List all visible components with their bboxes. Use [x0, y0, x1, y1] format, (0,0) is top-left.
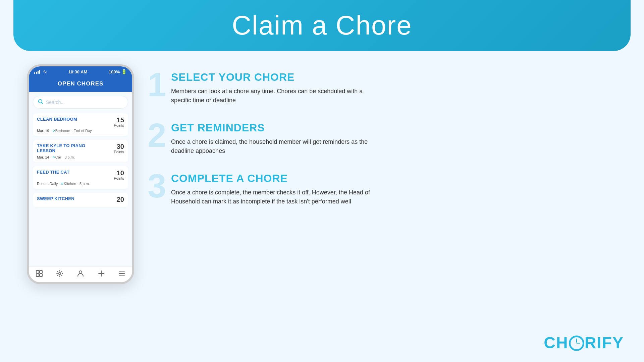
step-2-content: GET REMINDERS Once a chore is claimed, t… [154, 122, 617, 156]
svg-point-7 [79, 271, 82, 274]
chore-points-number: 10 [114, 170, 124, 176]
search-icon [38, 99, 43, 106]
nav-profile-icon[interactable] [77, 270, 84, 279]
main-content: ∿ 10:30 AM 100% 🔋 OPEN CHORES [0, 51, 644, 298]
location-dot-icon [53, 130, 55, 132]
chore-points-block: 30 Points [114, 143, 124, 154]
chore-points-number: 30 [114, 143, 124, 150]
chore-item-sweep-kitchen[interactable]: SWEEP KITCHEN 20 [33, 193, 128, 208]
location-dot-icon [61, 183, 63, 185]
chore-top-row: TAKE KYLE TO PIANO LESSON 30 Points [37, 143, 124, 154]
chore-points-block: 15 Points [114, 117, 124, 127]
page-title: Claim a Chore [13, 10, 631, 41]
step-3-description: Once a chore is complete, the member che… [171, 188, 379, 206]
step-1-content: SELECT YOUR CHORE Members can look at a … [154, 71, 617, 105]
chore-points-number: 20 [117, 196, 124, 203]
chore-time: 3 p.m. [64, 155, 75, 159]
chore-name: CLEAN BEDROOM [37, 117, 77, 122]
chorify-clock-icon [569, 336, 584, 351]
steps-content: 1 SELECT YOUR CHORE Members can look at … [154, 64, 617, 223]
chore-points-label: Points [114, 123, 124, 127]
chore-points-number: 15 [114, 117, 124, 123]
phone-app-header: OPEN CHORES [29, 77, 132, 92]
phone-bottom-nav[interactable] [29, 266, 132, 282]
chore-item-piano-lesson[interactable]: TAKE KYLE TO PIANO LESSON 30 Points Mar.… [33, 140, 128, 163]
svg-point-6 [59, 273, 61, 275]
chore-location: Kitchen [61, 182, 76, 186]
chore-points-label: Points [114, 150, 124, 154]
chore-details: Mar. 19 Bedroom End of Day [37, 129, 124, 133]
chore-points-block: 20 [117, 196, 124, 203]
search-bar[interactable]: Search... [33, 96, 128, 109]
chore-date: Mar. 14 [37, 155, 49, 159]
svg-rect-5 [40, 274, 42, 277]
chore-item-clean-bedroom[interactable]: CLEAN BEDROOM 15 Points Mar. 19 Bedroom … [33, 113, 128, 136]
step-3-content: COMPLETE A CHORE Once a chore is complet… [154, 172, 617, 206]
header-banner: Claim a Chore [13, 0, 631, 51]
nav-settings-icon[interactable] [56, 270, 63, 279]
battery-status: 100% 🔋 [109, 69, 127, 74]
step-2-description: Once a chore is claimed, the household m… [171, 137, 379, 156]
signal-wifi-icons: ∿ [34, 69, 47, 74]
signal-bar-1 [34, 72, 35, 74]
chore-points-label: Points [114, 176, 124, 180]
location-dot-icon [53, 156, 55, 158]
chore-location: Car [53, 155, 61, 159]
step-3-block: 3 COMPLETE A CHORE Once a chore is compl… [154, 172, 617, 206]
status-time: 10:30 AM [68, 69, 88, 74]
phone-body[interactable]: Search... CLEAN BEDROOM 15 Points Mar. 1… [29, 92, 132, 266]
chorify-logo: CHRIFY [544, 333, 624, 352]
svg-rect-4 [36, 274, 39, 277]
nav-menu-icon[interactable] [118, 270, 125, 279]
chore-name: TAKE KYLE TO PIANO LESSON [37, 143, 97, 153]
signal-bar-2 [36, 72, 37, 74]
chore-time: 5 p.m. [79, 182, 90, 186]
phone-status-bar: ∿ 10:30 AM 100% 🔋 [29, 66, 132, 77]
signal-bar-3 [38, 71, 39, 74]
chore-time: End of Day [73, 129, 92, 133]
chore-item-feed-cat[interactable]: FEED THE CAT 10 Points Recurs Daily Kitc… [33, 166, 128, 189]
chore-date: Mar. 19 [37, 129, 49, 133]
chore-date: Recurs Daily [37, 182, 58, 186]
chore-details: Mar. 14 Car 3 p.m. [37, 155, 124, 159]
chore-name: SWEEP KITCHEN [37, 196, 74, 201]
chore-name: FEED THE CAT [37, 170, 69, 175]
step-1-block: 1 SELECT YOUR CHORE Members can look at … [154, 71, 617, 105]
step-1-title: SELECT YOUR CHORE [171, 71, 617, 83]
chorify-text-ch: CH [544, 334, 568, 352]
phone-app-title: OPEN CHORES [34, 80, 127, 87]
step-2-block: 2 GET REMINDERS Once a chore is claimed,… [154, 122, 617, 156]
svg-line-1 [42, 103, 43, 104]
step-1-description: Members can look at a chore any time. Ch… [171, 87, 379, 105]
chore-points-block: 10 Points [114, 170, 124, 180]
svg-rect-2 [36, 270, 39, 273]
chore-top-row: SWEEP KITCHEN 20 [37, 196, 124, 203]
search-input-placeholder: Search... [46, 100, 65, 105]
nav-grid-icon[interactable] [36, 270, 43, 279]
step-3-title: COMPLETE A CHORE [171, 172, 617, 185]
battery-icon: 🔋 [121, 69, 127, 74]
chore-details: Recurs Daily Kitchen 5 p.m. [37, 182, 124, 186]
chore-top-row: CLEAN BEDROOM 15 Points [37, 117, 124, 127]
chore-location: Bedroom [53, 129, 70, 133]
chorify-text-rify: RIFY [585, 334, 624, 352]
nav-add-icon[interactable] [98, 270, 105, 279]
step-2-title: GET REMINDERS [171, 122, 617, 134]
wifi-icon: ∿ [43, 69, 47, 74]
phone-mockup: ∿ 10:30 AM 100% 🔋 OPEN CHORES [27, 64, 134, 284]
svg-rect-3 [40, 270, 42, 273]
signal-bar-4 [39, 70, 40, 74]
phone-container: ∿ 10:30 AM 100% 🔋 OPEN CHORES [27, 64, 134, 284]
chore-top-row: FEED THE CAT 10 Points [37, 170, 124, 180]
